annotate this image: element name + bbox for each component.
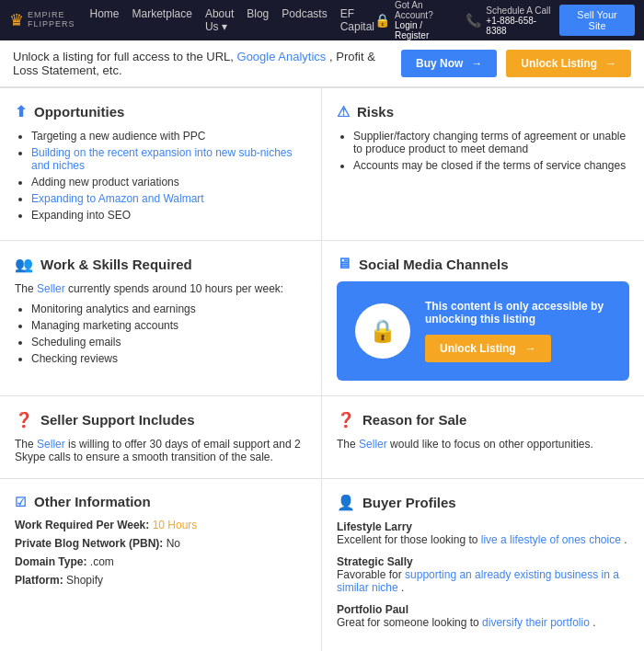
unlock-listing-button[interactable]: Unlock Listing → (425, 335, 551, 362)
expansion-link[interactable]: Building on the recent expansion into ne… (31, 146, 293, 172)
schedule-label: Schedule A Call (486, 6, 552, 16)
opportunities-title: Opportunities (34, 104, 124, 120)
list-item: Managing marketing accounts (31, 319, 306, 332)
buyer-profile-larry: Lifestyle Larry Excellent for those look… (337, 520, 629, 546)
nav-blog[interactable]: Blog (247, 7, 269, 33)
main-content-grid: ⬆ Opportunities Targeting a new audience… (0, 87, 644, 651)
nav-home[interactable]: Home (90, 7, 120, 33)
buyer-desc-sally: Favorable for supporting an already exis… (337, 568, 629, 594)
work-icon: 👥 (15, 256, 33, 273)
info-row-domain: Domain Type: .com (15, 555, 306, 568)
other-info-title: Other Information (34, 494, 151, 509)
info-row-pbn: Private Blog Network (PBN): No (15, 537, 306, 550)
google-analytics-link[interactable]: Google Analytics (237, 50, 327, 63)
social-media-section: 🖥 Social Media Channels 🔒 This content i… (322, 241, 644, 396)
list-item: Scheduling emails (31, 336, 306, 348)
banner-text: Unlock a listing for full access to the … (13, 50, 392, 77)
logo[interactable]: ♛ EMPIRE FLIPPERS (9, 10, 75, 30)
phone-number: +1-888-658-8388 (486, 16, 552, 36)
seller-support-link[interactable]: Seller (37, 438, 65, 451)
social-icon: 🖥 (337, 256, 351, 272)
list-item: Monitoring analytics and earnings (31, 303, 306, 315)
risks-section: ⚠ Risks Supplier/factory changing terms … (322, 88, 644, 241)
work-skills-section: 👥 Work & Skills Required The Seller curr… (0, 241, 322, 396)
amazon-walmart-link[interactable]: Expanding to Amazon and Walmart (31, 192, 204, 205)
nav-right: 🔒 Got An Account? Login / Register 📞 Sch… (374, 0, 635, 40)
reason-text: The Seller would like to focus on other … (337, 438, 629, 451)
schedule-link[interactable]: 📞 Schedule A Call +1-888-658-8388 (466, 6, 552, 36)
login-register: Login / Register (395, 20, 458, 40)
list-item: Adding new product variations (31, 176, 306, 188)
opportunities-section: ⬆ Opportunities Targeting a new audience… (0, 88, 322, 241)
reason-icon: ❓ (337, 411, 355, 428)
buyer-name-larry: Lifestyle Larry (337, 520, 629, 533)
reason-sale-section: ❓ Reason for Sale The Seller would like … (322, 396, 644, 479)
support-title: Seller Support Includes (40, 412, 195, 428)
locked-content-box: 🔒 This content is only accessible by unl… (337, 281, 629, 381)
logo-text: EMPIRE FLIPPERS (28, 11, 75, 29)
work-list: Monitoring analytics and earnings Managi… (15, 303, 306, 365)
list-item: Checking reviews (31, 352, 306, 365)
lock-icon: 🔒 (369, 318, 397, 344)
buyer-profiles-title: Buyer Profiles (362, 495, 456, 510)
list-item: Building on the recent expansion into ne… (31, 146, 306, 172)
buyer-name-sally: Strategic Sally (337, 555, 629, 568)
lock-circle: 🔒 (355, 303, 410, 359)
phone-icon: 📞 (466, 13, 481, 28)
check-icon: ☑ (15, 495, 27, 509)
risks-title: Risks (357, 104, 394, 120)
account-link[interactable]: 🔒 Got An Account? Login / Register (374, 0, 458, 40)
buyer-desc-paul: Great for someone looking to diversify t… (337, 616, 629, 629)
nav-podcasts[interactable]: Podcasts (282, 7, 327, 33)
support-text: The Seller is willing to offer 30 days o… (15, 438, 306, 463)
buyer-profiles-section: 👤 Buyer Profiles Lifestyle Larry Excelle… (322, 479, 644, 651)
buyer-desc-larry: Excellent for those looking to live a li… (337, 533, 629, 546)
navigation: ♛ EMPIRE FLIPPERS Home Marketplace About… (0, 0, 644, 40)
buyer-icon: 👤 (337, 494, 355, 511)
nav-ef-capital[interactable]: EF Capital (340, 7, 374, 33)
arrow-icon: → (471, 57, 482, 70)
list-item: Expanding into SEO (31, 209, 306, 222)
buy-now-button[interactable]: Buy Now → (401, 50, 497, 77)
locked-text-area: This content is only accessible by unloc… (425, 300, 611, 362)
info-row-platform: Platform: Shopify (15, 574, 306, 587)
nav-marketplace[interactable]: Marketplace (132, 7, 192, 33)
account-label: Got An Account? (395, 0, 458, 20)
sell-site-button[interactable]: Sell Your Site (559, 5, 635, 36)
risks-list: Supplier/factory changing terms of agree… (337, 130, 629, 172)
buyer-profile-paul: Portfolio Paul Great for someone looking… (337, 603, 629, 629)
seller-reason-link[interactable]: Seller (359, 438, 387, 451)
buyer-name-paul: Portfolio Paul (337, 603, 629, 616)
opportunities-list: Targeting a new audience with PPC Buildi… (15, 130, 306, 222)
support-icon: ❓ (15, 411, 33, 428)
paul-link[interactable]: diversify their portfolio (482, 616, 590, 629)
locked-message: This content is only accessible by unloc… (425, 300, 611, 326)
arrow-icon: → (605, 57, 616, 70)
lock-icon: 🔒 (374, 13, 390, 28)
social-title: Social Media Channels (359, 257, 509, 272)
arrow-icon: → (525, 342, 536, 355)
other-info-section: ☑ Other Information Work Required Per We… (0, 479, 322, 651)
seller-support-section: ❓ Seller Support Includes The Seller is … (0, 396, 322, 479)
list-item: Targeting a new audience with PPC (31, 130, 306, 143)
nav-links: Home Marketplace About Us ▾ Blog Podcast… (90, 7, 375, 33)
buyer-profile-sally: Strategic Sally Favorable for supporting… (337, 555, 629, 594)
unlock-banner: Unlock a listing for full access to the … (0, 40, 644, 87)
crown-icon: ♛ (9, 10, 24, 30)
list-item: Expanding to Amazon and Walmart (31, 192, 306, 205)
risks-icon: ⚠ (337, 103, 350, 120)
work-title: Work & Skills Required (40, 257, 192, 272)
larry-link[interactable]: live a lifestyle of ones choice (481, 533, 621, 546)
opportunities-icon: ⬆ (15, 103, 27, 120)
nav-about[interactable]: About Us ▾ (205, 7, 234, 33)
seller-link[interactable]: Seller (37, 282, 65, 295)
unlock-listing-banner-button[interactable]: Unlock Listing → (506, 50, 631, 77)
list-item: Accounts may be closed if the terms of s… (353, 159, 629, 172)
reason-title: Reason for Sale (362, 412, 466, 428)
info-row-work: Work Required Per Week: 10 Hours (15, 519, 306, 531)
list-item: Supplier/factory changing terms of agree… (353, 130, 629, 155)
